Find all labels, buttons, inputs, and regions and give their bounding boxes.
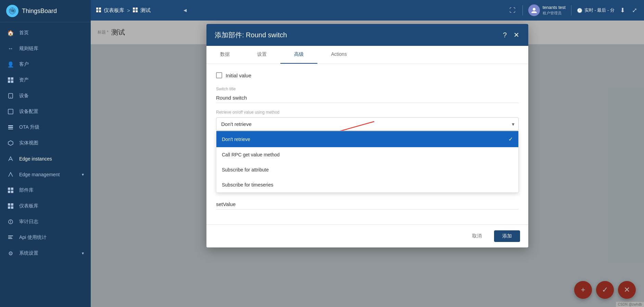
- api-usage-icon: [7, 234, 14, 241]
- set-value-group: setValue: [216, 199, 519, 209]
- app-name: ThingsBoard: [22, 8, 57, 15]
- dropdown-item-label: Call RPC get value method: [222, 152, 280, 157]
- modal-header: 添加部件: Round switch ? ✕: [206, 24, 528, 46]
- svg-rect-2: [8, 77, 10, 80]
- selected-option-text: Don't retrieve: [221, 121, 252, 127]
- sidebar-item-api-usage[interactable]: Api 使用统计: [0, 230, 91, 245]
- switch-title-value[interactable]: Round switch: [216, 93, 519, 103]
- sidebar-item-home[interactable]: 🏠 首页: [0, 25, 91, 41]
- svg-rect-19: [8, 206, 10, 209]
- settings-arrow: ▾: [82, 251, 84, 256]
- time-label: 实时 - 最后 - 分: [584, 7, 615, 13]
- modal-tabs: 数据 设置 高级 Actions: [206, 46, 528, 64]
- sidebar-item-dashboards[interactable]: 仪表板库: [0, 198, 91, 214]
- breadcrumb-item2[interactable]: 测试: [140, 7, 151, 14]
- retrieve-method-select[interactable]: Don't retrieve ▾: [216, 117, 519, 131]
- modal-header-actions: ? ✕: [502, 30, 520, 40]
- svg-rect-9: [8, 125, 13, 126]
- dropdown-item-subscribe-ts[interactable]: Subscribe for timeseries: [216, 177, 518, 192]
- fullscreen-icon[interactable]: ⛶: [508, 5, 517, 15]
- breadcrumb-item1[interactable]: 仪表板库: [104, 7, 124, 14]
- svg-rect-20: [11, 206, 13, 209]
- modal-help-button[interactable]: ?: [502, 30, 507, 40]
- svg-point-35: [533, 8, 535, 11]
- retrieve-method-group: Retrieve on/off value using method 高级这里我…: [216, 110, 519, 131]
- cancel-button[interactable]: 取消: [464, 230, 490, 242]
- settings-icon: ⚙: [7, 250, 14, 257]
- edge-instances-icon: [7, 155, 14, 163]
- sidebar-nav: 🏠 首页 ↔ 规则链库 👤 客户 资产 设备 设备配置: [0, 22, 91, 307]
- tab-data[interactable]: 数据: [206, 46, 243, 64]
- sidebar-item-entity-views[interactable]: 实体视图: [0, 135, 91, 151]
- sidebar-item-edge-instances[interactable]: Edge instances: [0, 151, 91, 167]
- ota-icon: [7, 124, 14, 131]
- svg-rect-3: [11, 77, 13, 80]
- svg-rect-11: [8, 129, 13, 129]
- device-profiles-icon: [7, 108, 14, 115]
- checkmark-icon: ✓: [508, 136, 513, 142]
- breadcrumb: 仪表板库 > 测试: [96, 7, 508, 14]
- sidebar-item-ota[interactable]: OTA 升级: [0, 119, 91, 135]
- svg-point-7: [10, 97, 11, 98]
- dropdown-item-subscribe-attr[interactable]: Subscribe for attribute: [216, 162, 518, 177]
- home-icon: 🏠: [7, 29, 14, 37]
- sidebar-item-settings[interactable]: ⚙ 系统设置 ▾: [0, 245, 91, 261]
- set-value-field[interactable]: setValue: [216, 199, 519, 209]
- topbar-divider1: [522, 5, 523, 15]
- svg-marker-12: [8, 141, 13, 145]
- svg-rect-17: [8, 203, 10, 206]
- expand-icon[interactable]: ⤢: [631, 5, 639, 15]
- sidebar-item-widgets[interactable]: 部件库: [0, 182, 91, 198]
- retrieve-label: Retrieve on/off value using method: [216, 110, 519, 115]
- breadcrumb-icon1: [96, 8, 101, 13]
- modal-close-button[interactable]: ✕: [513, 30, 520, 40]
- sidebar-item-assets[interactable]: 资产: [0, 72, 91, 88]
- sidebar-item-rules[interactable]: ↔ 规则链库: [0, 41, 91, 56]
- user-info: tenants test 租户管理员: [543, 5, 566, 15]
- svg-rect-30: [99, 10, 101, 12]
- add-button[interactable]: 添加: [494, 230, 520, 242]
- edge-management-arrow: ▾: [82, 172, 84, 177]
- entity-views-icon: [7, 139, 14, 147]
- sidebar-item-audit-logs[interactable]: 审计日志: [0, 214, 91, 230]
- sidebar-item-devices[interactable]: 设备: [0, 88, 91, 104]
- retrieve-method-dropdown: Don't retrieve ✓ Call RPC get value meth…: [216, 131, 519, 193]
- sidebar-item-customers[interactable]: 👤 客户: [0, 56, 91, 72]
- sidebar-logo[interactable]: TB ThingsBoard: [0, 0, 91, 22]
- svg-rect-27: [96, 8, 98, 10]
- user-role: 租户管理员: [543, 11, 566, 15]
- audit-logs-icon: [7, 218, 14, 226]
- modal-backdrop: 添加部件: Round switch ? ✕ 数据 设置 高级 Actions …: [91, 21, 644, 307]
- main-area: 标题 * 测试 添加部件: Round switch ? ✕ 数据 设置 高级 …: [91, 21, 644, 307]
- topbar: ◀ 仪表板库 > 测试 ⛶ tenants test 租户管理员 🕐 实时 - …: [91, 0, 644, 21]
- svg-rect-25: [8, 237, 12, 238]
- dropdown-item-label: Subscribe for timeseries: [222, 182, 273, 188]
- sidebar-collapse-btn[interactable]: ◀: [181, 0, 188, 21]
- modal-title: 添加部件: Round switch: [215, 30, 287, 40]
- topbar-right: ⛶ tenants test 租户管理员 🕐 实时 - 最后 - 分 ⬇ ⤢: [508, 4, 639, 16]
- edge-management-icon: [7, 171, 14, 178]
- svg-rect-29: [96, 10, 98, 12]
- svg-rect-14: [11, 188, 13, 190]
- initial-value-checkbox[interactable]: [216, 72, 222, 78]
- svg-rect-34: [136, 10, 138, 12]
- user-menu[interactable]: tenants test 租户管理员: [528, 4, 566, 16]
- user-name: tenants test: [543, 5, 566, 11]
- svg-rect-15: [8, 191, 10, 193]
- tab-advanced[interactable]: 高级: [280, 46, 317, 64]
- svg-rect-31: [133, 8, 135, 10]
- sidebar-item-edge-management[interactable]: Edge management ▾: [0, 167, 91, 182]
- download-icon[interactable]: ⬇: [619, 5, 627, 15]
- sidebar-item-device-profiles[interactable]: 设备配置: [0, 104, 91, 119]
- customers-icon: 👤: [7, 61, 14, 68]
- dropdown-item-call-rpc[interactable]: Call RPC get value method: [216, 147, 518, 162]
- dropdown-item-dont-retrieve[interactable]: Don't retrieve ✓: [216, 131, 518, 147]
- sidebar: TB ThingsBoard 🏠 首页 ↔ 规则链库 👤 客户 资产 设备: [0, 0, 91, 307]
- devices-icon: [7, 92, 14, 100]
- tab-settings[interactable]: 设置: [243, 46, 280, 64]
- add-widget-modal: 添加部件: Round switch ? ✕ 数据 设置 高级 Actions …: [206, 24, 528, 247]
- time-display[interactable]: 🕐 实时 - 最后 - 分: [577, 7, 615, 13]
- tab-actions[interactable]: Actions: [317, 46, 361, 64]
- select-arrow-icon: ▾: [512, 121, 515, 127]
- svg-text:TB: TB: [10, 9, 14, 13]
